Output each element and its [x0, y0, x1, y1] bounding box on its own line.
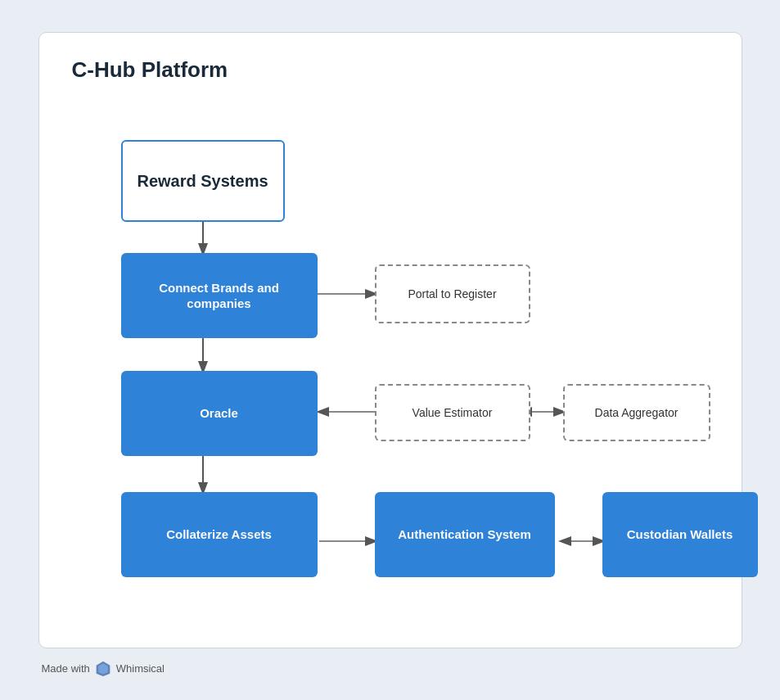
outer-wrapper: C-Hub Platform	[38, 16, 742, 684]
whimsical-brand: Whimsical	[116, 662, 165, 675]
diagram-container: C-Hub Platform	[38, 32, 742, 648]
footer: Made with Whimsical	[38, 660, 742, 676]
value-estimator-node: Value Estimator	[375, 384, 530, 441]
whimsical-logo-icon	[95, 660, 111, 676]
portal-register-node: Portal to Register	[375, 264, 530, 323]
auth-system-node: Authentication System	[375, 492, 555, 577]
reward-systems-node: Reward Systems	[121, 140, 285, 222]
connect-brands-node: Connect Brands and companies	[121, 253, 318, 338]
custodian-wallets-node: Custodian Wallets	[602, 492, 758, 577]
collaterize-assets-node: Collaterize Assets	[121, 492, 318, 577]
made-with-label: Made with	[42, 662, 90, 675]
diagram-body: Reward Systems Connect Brands and compan…	[72, 107, 709, 615]
oracle-node: Oracle	[121, 371, 318, 456]
diagram-title: C-Hub Platform	[72, 57, 709, 83]
data-aggregator-node: Data Aggregator	[563, 384, 710, 441]
